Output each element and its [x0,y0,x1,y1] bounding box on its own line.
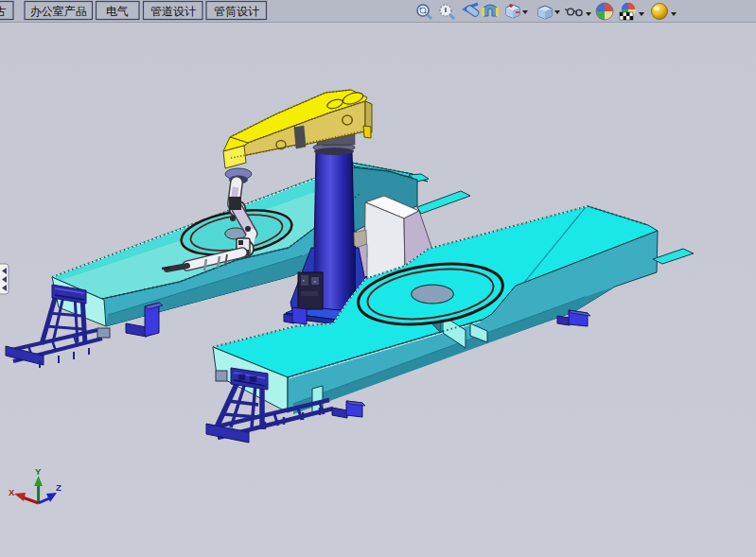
svg-text:X: X [9,487,15,497]
svg-text:电气: 电气 [106,5,129,18]
svg-text:Z: Z [56,482,62,493]
svg-text:管筒设计: 管筒设计 [214,5,259,18]
svg-text:管道设计: 管道设计 [150,5,196,18]
svg-text:办公室产品: 办公室产品 [30,5,87,18]
svg-text:古: 古 [0,5,7,18]
svg-text:Y: Y [35,466,42,477]
